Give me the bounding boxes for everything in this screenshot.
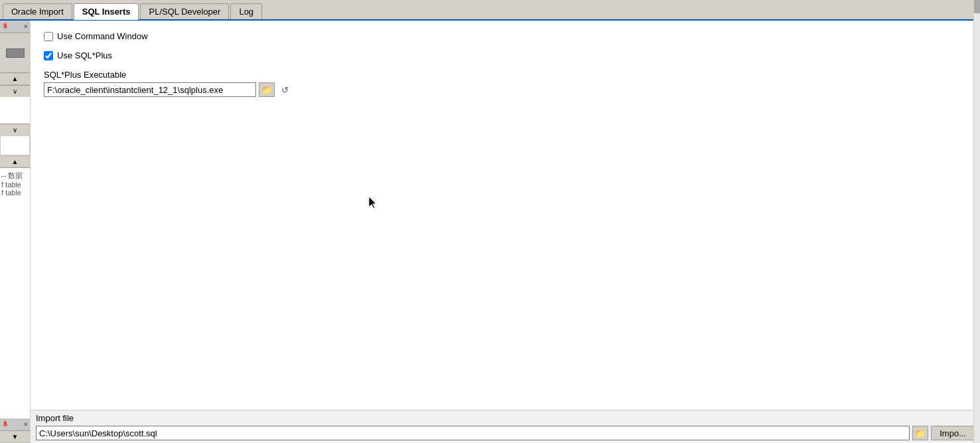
panel3-scroll-up[interactable]: ▲ xyxy=(0,156,30,168)
bottom-bar: Import file 📁 Impo... xyxy=(31,410,980,443)
sqlplus-executable-input[interactable] xyxy=(44,82,256,97)
sql-inserts-content: Use Command Window Use SQL*Plus SQL*Plus… xyxy=(31,21,980,410)
tab-sql-inserts[interactable]: SQL Inserts xyxy=(74,3,139,20)
content-wrapper: Use Command Window Use SQL*Plus SQL*Plus… xyxy=(31,21,980,443)
pin-icon-3[interactable]: 📌 xyxy=(0,420,10,430)
sqlplus-executable-label: SQL*Plus Executable xyxy=(44,70,967,80)
import-button[interactable]: Impo... xyxy=(931,426,975,440)
panel1-scroll-up[interactable]: ▲ xyxy=(0,72,30,84)
close-icon-1[interactable]: ✕ xyxy=(23,23,29,30)
panel3-footer-header: 📌 ✕ xyxy=(0,418,30,430)
use-command-window-row: Use Command Window xyxy=(44,31,967,41)
tab-oracle-import[interactable]: Oracle Import xyxy=(3,3,72,19)
sqlplus-refresh-button[interactable]: ↺ xyxy=(277,82,292,97)
panel2-chevron-down-1[interactable]: ∨ xyxy=(0,85,30,97)
use-command-window-label[interactable]: Use Command Window xyxy=(57,31,148,41)
refresh-icon: ↺ xyxy=(281,85,289,95)
import-folder-icon: 📁 xyxy=(915,428,926,438)
panel3-scroll-down[interactable]: ▼ xyxy=(0,430,30,442)
use-sqlplus-checkbox[interactable] xyxy=(44,51,53,60)
import-file-input[interactable] xyxy=(36,426,910,440)
use-sqlplus-label[interactable]: Use SQL*Plus xyxy=(57,50,112,60)
panel1-header: 📌 ✕ xyxy=(0,21,30,33)
panel3-text-line2: f table xyxy=(1,181,29,189)
main-empty-area xyxy=(44,104,967,399)
left-panel-2: ∨ ∨ xyxy=(0,85,30,156)
app-layout: 📌 ✕ ▲ ∨ ∨ ▲ -- 数据 f xyxy=(0,21,980,443)
sqlplus-executable-input-row: 📁 ↺ xyxy=(44,82,967,97)
sqlplus-executable-section: SQL*Plus Executable 📁 ↺ xyxy=(44,70,967,97)
import-file-input-row: 📁 Impo... xyxy=(36,426,975,440)
import-file-label: Import file xyxy=(36,413,975,423)
tab-plsql-developer[interactable]: PL/SQL Developer xyxy=(140,3,229,19)
close-icon-3[interactable]: ✕ xyxy=(23,421,29,428)
panel2-chevron-down-2[interactable]: ∨ xyxy=(0,124,30,135)
mouse-cursor xyxy=(369,197,377,209)
use-command-window-checkbox[interactable] xyxy=(44,32,53,41)
import-file-folder-button[interactable]: 📁 xyxy=(912,426,928,440)
pin-icon-1[interactable]: 📌 xyxy=(0,22,10,32)
panel3-text-line3: f table xyxy=(1,189,29,197)
use-sqlplus-row: Use SQL*Plus xyxy=(44,50,967,60)
svg-marker-0 xyxy=(369,197,376,209)
tab-bar: Oracle Import SQL Inserts PL/SQL Develop… xyxy=(0,0,980,21)
tab-log[interactable]: Log xyxy=(230,3,262,19)
left-panel-1: 📌 ✕ ▲ xyxy=(0,21,30,85)
left-panels: 📌 ✕ ▲ ∨ ∨ ▲ -- 数据 f xyxy=(0,21,31,443)
sqlplus-folder-button[interactable]: 📁 xyxy=(259,82,275,97)
left-panel-3: ▲ -- 数据 f table f table 📌 ✕ ▼ xyxy=(0,156,30,443)
panel3-text-line1: -- 数据 xyxy=(1,171,29,181)
folder-icon: 📁 xyxy=(261,85,272,95)
